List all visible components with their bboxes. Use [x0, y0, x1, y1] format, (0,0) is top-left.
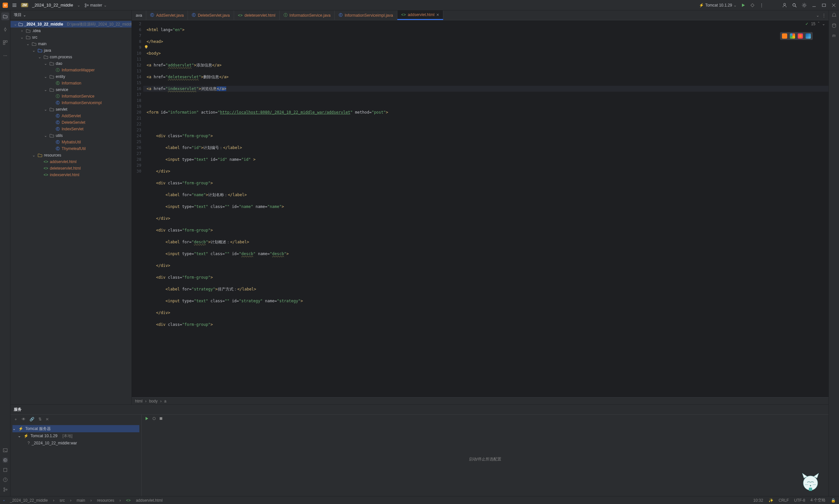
artifact-node[interactable]: ?_2024_10_22_middle:war	[13, 439, 139, 447]
tab-close-icon[interactable]: ×	[436, 12, 439, 17]
tab[interactable]: ⒾInformationService.java	[280, 11, 335, 20]
browser-intellij-icon[interactable]	[782, 33, 787, 39]
svg-point-17	[810, 485, 811, 486]
commit-tool-icon[interactable]	[1, 25, 9, 33]
close-icon[interactable]	[831, 3, 836, 8]
crumb[interactable]: resources	[97, 498, 115, 503]
more-icon[interactable]: ⋮	[759, 3, 764, 8]
server-node[interactable]: ⌄⚡Tomcat 10.1.29 [本地]	[13, 432, 139, 439]
eye-icon[interactable]: 👁	[22, 417, 25, 421]
crumb[interactable]: _2024_10_22_middle	[10, 498, 48, 503]
tree-item[interactable]: ⒸThymeleafUtil	[11, 145, 132, 152]
db-icon[interactable]	[832, 23, 837, 28]
tree-item[interactable]: ›.idea	[11, 28, 132, 34]
tree-item[interactable]: ⌄com.process	[11, 54, 132, 60]
terminal-icon[interactable]	[3, 448, 8, 453]
crumb[interactable]: addservlet.html	[136, 498, 162, 503]
tree-item[interactable]: ⌄utils	[11, 132, 132, 139]
tab[interactable]: ⒸAddServlet.java	[146, 11, 188, 20]
notifications-icon[interactable]	[832, 13, 837, 18]
crumb[interactable]: main	[77, 498, 85, 503]
browser-firefox-icon[interactable]	[798, 33, 803, 39]
tree-item[interactable]: ⌄dao	[11, 60, 132, 67]
link-icon[interactable]: 🔗	[30, 417, 34, 421]
services-tree[interactable]: ⌄⚡Tomcat 服务器 ⌄⚡Tomcat 10.1.29 [本地] ?_202…	[11, 424, 141, 496]
tree-item[interactable]: ⌄src	[11, 34, 132, 41]
vcs-branch[interactable]: master ⌄	[84, 3, 107, 7]
run-icon[interactable]	[741, 3, 746, 8]
tree-item[interactable]: ⒸInformationServiceimpl	[11, 100, 132, 106]
tree-item[interactable]: ⌄resources	[11, 152, 132, 159]
gear-icon[interactable]	[802, 3, 807, 8]
breadcrumb[interactable]: html› body› a	[132, 397, 828, 404]
tree-item[interactable]: ⌄service	[11, 87, 132, 93]
tab[interactable]: ava	[132, 11, 146, 20]
crumb[interactable]: src	[60, 498, 65, 503]
sidebar-header[interactable]: 项目 ⌄	[11, 11, 132, 20]
browser-edge-icon[interactable]	[806, 33, 811, 39]
tree-item[interactable]: ⒸMybatisUtil	[11, 139, 132, 145]
svg-point-0	[85, 4, 86, 5]
cursor-pos[interactable]: 10:32	[753, 498, 763, 503]
indent[interactable]: 4 个空格	[810, 498, 825, 503]
tree-item[interactable]: <>deleteservlet.html	[11, 165, 132, 172]
more-tools-icon[interactable]: ⋯	[1, 52, 9, 59]
bulb-icon[interactable]	[144, 44, 149, 49]
stop-icon[interactable]	[159, 417, 162, 420]
services-icon[interactable]	[3, 457, 8, 463]
chevron-down-icon[interactable]: ⌄	[77, 3, 80, 7]
chevron-down-icon[interactable]: ⌄	[816, 13, 819, 18]
run-icon[interactable]	[145, 417, 149, 420]
debug-icon[interactable]	[750, 3, 755, 8]
encoding[interactable]: UTF-8	[794, 498, 805, 503]
eol[interactable]: CRLF	[779, 498, 789, 503]
editor-indicators[interactable]: ✓15 ˆ⌄	[805, 22, 825, 26]
tab[interactable]: <>deleteservlet.html	[234, 11, 280, 20]
ai-icon[interactable]: ✨	[769, 498, 773, 503]
build-icon[interactable]	[3, 467, 8, 472]
tree-root[interactable]: ⌄_2024_10_22_middle D:\java项目源码\_2024_10…	[11, 21, 132, 28]
debug-icon[interactable]	[152, 417, 156, 420]
server-root[interactable]: ⌄⚡Tomcat 服务器	[13, 425, 139, 432]
tree-item[interactable]: <>addservlet.html	[11, 159, 132, 165]
tree-item[interactable]: ⌄entity	[11, 73, 132, 80]
structure-tool-icon[interactable]	[1, 39, 9, 47]
collab-icon[interactable]	[782, 3, 787, 8]
crumb[interactable]: body	[149, 399, 158, 403]
maximize-icon[interactable]	[821, 3, 826, 8]
tree-item[interactable]: ⒸInformation	[11, 80, 132, 87]
run-config[interactable]: ⚡ Tomcat 10.1.29 ⌄	[699, 3, 737, 7]
tree-item[interactable]: ⒾInformationMapper	[11, 67, 132, 73]
crumb[interactable]: html	[135, 399, 143, 403]
vcs-icon[interactable]	[3, 487, 8, 492]
code-area[interactable]: <html lang="en"> </head> <body> <a href=…	[143, 20, 828, 397]
problems-icon[interactable]	[3, 477, 8, 482]
tree-item[interactable]: ⒸDeleteServlet	[11, 119, 132, 126]
add-icon[interactable]: ＋	[14, 417, 18, 422]
browser-chrome-icon[interactable]	[790, 33, 795, 39]
tree-item[interactable]: ⌄java	[11, 47, 132, 54]
minimize-icon[interactable]	[811, 3, 817, 8]
project-tree[interactable]: ⌄_2024_10_22_middle D:\java项目源码\_2024_10…	[11, 20, 132, 404]
tab[interactable]: ⒸDeleteServlet.java	[188, 11, 234, 20]
tree-item[interactable]: ⌄main	[11, 41, 132, 47]
project-name[interactable]: _2024_10_22_middle	[32, 3, 73, 7]
tree-item[interactable]: ⒾInformationService	[11, 93, 132, 100]
tree-item[interactable]: ⌄servlet	[11, 106, 132, 113]
editor-body[interactable]: ✓15 ˆ⌄ 267891011121314151617181920212223…	[132, 20, 828, 397]
project-tool-icon[interactable]	[1, 13, 9, 20]
collapse-icon[interactable]: ⤫	[46, 417, 49, 421]
more-icon[interactable]: ⋮	[822, 13, 826, 18]
tab-active[interactable]: <>addservlet.html×	[397, 11, 444, 20]
menu-icon[interactable]	[12, 3, 17, 8]
tree-item[interactable]: ⒸIndexServlet	[11, 126, 132, 132]
tree-item[interactable]: ⒸAddServlet	[11, 113, 132, 119]
tab[interactable]: ⒸInformationServiceimpl.java	[335, 11, 397, 20]
search-icon[interactable]	[792, 3, 797, 8]
tree-item[interactable]: <>indexservlet.html	[11, 172, 132, 178]
crumb[interactable]: a	[164, 399, 167, 403]
services-title[interactable]: 服务	[11, 405, 828, 414]
lock-icon[interactable]: 🔒	[831, 498, 836, 503]
expand-icon[interactable]: ⇅	[38, 417, 41, 421]
maven-icon[interactable]: m	[833, 33, 836, 38]
